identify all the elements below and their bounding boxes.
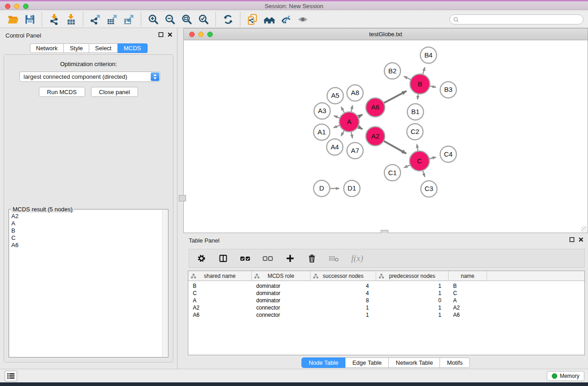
edge-A-A3[interactable] bbox=[334, 116, 340, 118]
memory-button[interactable]: Memory bbox=[547, 371, 584, 381]
edge-A6-B[interactable] bbox=[384, 91, 406, 103]
edge-A-A1[interactable] bbox=[334, 125, 339, 128]
delete-table-button[interactable] bbox=[329, 254, 339, 263]
tab-network-table[interactable]: Network Table bbox=[389, 357, 440, 368]
cell[interactable]: 1 bbox=[376, 312, 449, 318]
task-history-button[interactable] bbox=[5, 371, 17, 381]
export-table-button[interactable] bbox=[105, 12, 120, 27]
edge-A2-C[interactable] bbox=[384, 141, 406, 153]
zoom-out-button[interactable] bbox=[163, 12, 177, 27]
search-input[interactable] bbox=[461, 16, 580, 23]
cell[interactable]: A2 bbox=[449, 305, 487, 311]
birdseye-handle-left[interactable] bbox=[179, 195, 186, 201]
cell[interactable]: 4 bbox=[311, 283, 376, 289]
table-row[interactable]: A6connector11A6 bbox=[188, 311, 584, 319]
edge-A-A4[interactable] bbox=[341, 131, 344, 136]
create-column-button[interactable] bbox=[285, 253, 295, 263]
zoom-fit-button[interactable] bbox=[179, 12, 194, 27]
close-panel-icon[interactable] bbox=[578, 237, 583, 242]
cell[interactable]: A6 bbox=[449, 312, 487, 318]
tab-network[interactable]: Network bbox=[29, 43, 64, 53]
edge-C-C2[interactable] bbox=[417, 144, 418, 151]
column-header-predecessor-nodes[interactable]: predecessor nodes bbox=[376, 271, 449, 281]
close-panel-button[interactable]: Close panel bbox=[91, 87, 139, 97]
cell[interactable]: 1 bbox=[376, 290, 449, 296]
network-window-titlebar[interactable]: testGlobe.txt bbox=[184, 29, 588, 40]
edge-A-A5[interactable] bbox=[341, 107, 344, 113]
cell[interactable]: 1 bbox=[311, 305, 376, 311]
cell[interactable]: B bbox=[188, 283, 252, 289]
zoom-selected-button[interactable] bbox=[196, 12, 211, 27]
zoom-in-button[interactable] bbox=[146, 12, 161, 27]
cell[interactable]: B bbox=[449, 283, 487, 289]
result-item[interactable]: A bbox=[11, 220, 162, 227]
houses-button[interactable] bbox=[262, 12, 277, 27]
import-table-button[interactable] bbox=[63, 12, 78, 27]
result-item[interactable]: B bbox=[11, 227, 162, 234]
edge-B-B1[interactable] bbox=[417, 94, 418, 100]
cell[interactable]: 1 bbox=[376, 305, 449, 311]
edge-B-B2[interactable] bbox=[404, 76, 411, 80]
float-panel-icon[interactable] bbox=[569, 237, 574, 242]
pen-eye-button[interactable] bbox=[278, 12, 293, 27]
tab-motifs[interactable]: Motifs bbox=[440, 357, 470, 368]
result-scrollbar[interactable] bbox=[162, 210, 167, 357]
tab-edge-table[interactable]: Edge Table bbox=[345, 357, 389, 368]
table-row[interactable]: Adominator80A bbox=[188, 297, 584, 304]
cell[interactable]: A2 bbox=[188, 305, 252, 311]
edge-B-B4[interactable] bbox=[423, 67, 425, 74]
edge-C-C1[interactable] bbox=[404, 165, 410, 168]
search-box[interactable] bbox=[449, 14, 583, 24]
function-builder-button[interactable]: f(x) bbox=[351, 253, 363, 263]
network-canvas[interactable]: B4B2BB3A8A5A6A3B1AA1C2A2A4A7C4CC1C3DD1 bbox=[184, 41, 588, 233]
float-panel-icon[interactable] bbox=[158, 32, 163, 37]
edge-C-C4[interactable] bbox=[430, 157, 436, 158]
criterion-select[interactable]: largest connected component (directed) bbox=[19, 71, 160, 82]
split-column-button[interactable] bbox=[218, 253, 228, 263]
run-mcds-button[interactable]: Run MCDS bbox=[39, 87, 85, 97]
import-network-button[interactable] bbox=[47, 12, 62, 27]
open-session-button[interactable] bbox=[5, 12, 20, 27]
cell[interactable]: 8 bbox=[311, 297, 376, 304]
table-row[interactable]: Cdominator41C bbox=[188, 290, 584, 297]
tab-node-table[interactable]: Node Table bbox=[301, 357, 346, 368]
hide-columns-button[interactable] bbox=[263, 253, 273, 263]
cell[interactable]: C bbox=[188, 290, 252, 296]
cell[interactable]: 0 bbox=[376, 297, 449, 304]
export-network-button[interactable] bbox=[88, 12, 103, 27]
edge-A-A7[interactable] bbox=[351, 132, 353, 138]
table-row[interactable]: A2connector11A2 bbox=[188, 304, 584, 311]
close-panel-icon[interactable] bbox=[167, 32, 172, 37]
cell[interactable]: dominator bbox=[252, 283, 311, 289]
tab-mcds[interactable]: MCDS bbox=[118, 43, 147, 53]
edge-A-A2[interactable] bbox=[358, 127, 362, 129]
save-session-button[interactable] bbox=[22, 12, 37, 27]
cell[interactable]: 4 bbox=[311, 290, 376, 296]
edge-A-A8[interactable] bbox=[351, 105, 353, 112]
cell[interactable]: connector bbox=[252, 312, 311, 318]
edge-C-C3[interactable] bbox=[423, 171, 425, 177]
column-header-shared-name[interactable]: shared name bbox=[188, 271, 252, 281]
result-item[interactable]: A6 bbox=[11, 242, 162, 249]
edge-A-A6[interactable] bbox=[358, 114, 362, 117]
table-settings-button[interactable] bbox=[196, 253, 206, 263]
cell[interactable]: A bbox=[188, 297, 252, 304]
copy-network-button[interactable] bbox=[245, 12, 260, 27]
tab-style[interactable]: Style bbox=[64, 43, 89, 53]
delete-column-button[interactable] bbox=[307, 253, 317, 263]
export-image-button[interactable] bbox=[121, 12, 136, 27]
cell[interactable]: dominator bbox=[252, 290, 311, 296]
cell[interactable]: A6 bbox=[188, 312, 252, 318]
edge-B-B3[interactable] bbox=[430, 86, 436, 87]
cell[interactable]: 1 bbox=[376, 283, 449, 289]
cell[interactable]: C bbox=[449, 290, 487, 296]
cell[interactable]: connector bbox=[252, 305, 311, 311]
tab-select[interactable]: Select bbox=[89, 43, 118, 53]
result-item[interactable]: A2 bbox=[11, 213, 162, 220]
column-header-successor-nodes[interactable]: successor nodes bbox=[311, 271, 376, 281]
resize-grip[interactable] bbox=[581, 226, 587, 232]
cell[interactable]: 1 bbox=[311, 312, 376, 318]
result-item[interactable]: C bbox=[11, 234, 162, 242]
eye-button[interactable] bbox=[295, 12, 310, 27]
cell[interactable]: dominator bbox=[252, 297, 311, 304]
